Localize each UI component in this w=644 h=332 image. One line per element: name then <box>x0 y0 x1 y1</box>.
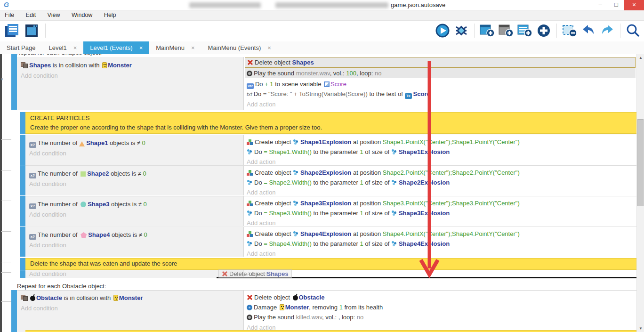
particle-emitter-icon <box>391 210 397 216</box>
action-row-delete-shapes[interactable]: Delete object Shapes <box>245 57 636 68</box>
project-manager-icon[interactable] <box>4 23 20 39</box>
scroll-down-icon[interactable]: ▼ <box>637 326 644 331</box>
add-condition-link[interactable]: Add condition <box>29 240 242 250</box>
action-row-set-size[interactable]: Do = Shape3.Width() to the parameter 1 o… <box>247 208 635 218</box>
condition-row[interactable]: x?The number of Shape4 objects is ≠ 0 <box>29 230 242 240</box>
menu-help[interactable]: Help <box>99 10 121 18</box>
shape4-event-actions: Create object Shape4Explosion at positio… <box>243 227 636 257</box>
particle-emitter-icon <box>247 241 253 247</box>
drag-ghost-delete-shapes: Delete object Shapes <box>218 269 292 278</box>
undo-icon[interactable] <box>580 23 596 39</box>
action-row-set-size[interactable]: Do = Shape4.Width() to the parameter 1 o… <box>247 239 635 249</box>
menu-edit[interactable]: Edit <box>21 10 41 18</box>
condition-row[interactable]: Shapes is in collision with Monster <box>21 60 242 70</box>
monster-icon <box>113 295 118 301</box>
event-bar[interactable] <box>20 196 25 226</box>
gutter-tick <box>1 201 11 201</box>
condition-row[interactable]: Obstacle is in collision with Monster <box>21 293 242 303</box>
action-row-damage-monster[interactable]: Damage Monster, removing 1 from its heal… <box>247 302 635 312</box>
add-action-link[interactable]: Add action <box>247 99 635 109</box>
comment-partial[interactable] <box>25 330 636 332</box>
maximize-button[interactable]: □ <box>608 0 624 10</box>
action-row-create-object[interactable]: Create object Shape1Explosion at positio… <box>247 137 635 147</box>
tab-level1-events[interactable]: Level1 (Events)× <box>83 41 149 54</box>
event-bar[interactable] <box>20 270 25 278</box>
particle-emitter-icon <box>391 179 397 186</box>
action-row-set-size[interactable]: Do = Shape2.Width() to the parameter 1 o… <box>247 178 635 187</box>
add-condition-link[interactable]: Add condition <box>29 210 242 219</box>
add-element-icon[interactable] <box>536 23 552 39</box>
tab-close-icon[interactable]: × <box>73 44 77 51</box>
add-condition-link[interactable]: Add condition <box>29 269 242 279</box>
tab-close-icon[interactable]: × <box>139 44 143 51</box>
damage-icon <box>247 305 252 310</box>
tab-close-icon[interactable]: × <box>191 44 195 51</box>
delete-event-icon[interactable] <box>562 23 578 39</box>
debug-icon[interactable] <box>453 23 469 39</box>
menu-file[interactable]: File <box>0 10 19 18</box>
close-button[interactable]: × <box>624 0 644 10</box>
repeat-obstacle-header[interactable]: Repeat for each Obstacle object: <box>17 283 106 290</box>
redo-icon[interactable] <box>599 23 615 39</box>
comment-bar[interactable] <box>20 258 25 270</box>
comment-delete-shape[interactable]: Delete the shape that was eaten and upda… <box>25 258 636 270</box>
event-bar[interactable] <box>20 227 25 257</box>
add-sub-event-icon[interactable] <box>498 23 514 39</box>
gutter-tick <box>1 262 11 262</box>
fold-triangle-icon[interactable]: ▾ <box>1 77 3 81</box>
minimize-button[interactable]: – <box>592 0 608 10</box>
shape2-event-conditions: x?The number of Shape2 objects is ≠ 0 Ad… <box>25 165 243 195</box>
add-event-icon[interactable] <box>479 23 495 39</box>
play-icon[interactable] <box>435 23 451 39</box>
text-object-icon: Tx <box>405 93 412 99</box>
comment-create-particles[interactable]: CREATE PARTICLES Create the proper one a… <box>25 112 636 134</box>
condition-row[interactable]: x?The number of Shape1 objects is ≠ 0 <box>29 138 242 148</box>
add-condition-link[interactable]: Add condition <box>21 71 242 81</box>
action-row-create-object[interactable]: Create object Shape4Explosion at positio… <box>247 229 635 239</box>
action-row-play-sound[interactable]: Play the sound monster.wav, vol.: 100, l… <box>245 68 636 78</box>
add-condition-link[interactable]: Add condition <box>29 179 242 189</box>
event-bar[interactable] <box>11 290 17 332</box>
action-row-play-sound[interactable]: Play the sound killed.wav, vol.: , loop:… <box>247 312 635 322</box>
add-condition-link[interactable]: Add condition <box>21 303 242 313</box>
event-bar[interactable] <box>20 135 25 165</box>
scroll-up-icon[interactable]: ▲ <box>637 56 644 60</box>
event-bar[interactable] <box>11 54 17 110</box>
event-bar[interactable] <box>20 165 25 195</box>
scrollbar-thumb[interactable] <box>637 119 644 206</box>
tab-mainmenu[interactable]: MainMenu× <box>149 41 201 54</box>
repeat-shapes-header[interactable]: Repeat for each Shapes object: <box>16 54 102 56</box>
action-row-set-text[interactable]: txtDo = "Score: " + ToString(Variable(Sc… <box>247 89 635 99</box>
shape4-event-conditions: x?The number of Shape4 objects is ≠ 0 Ad… <box>25 227 243 257</box>
add-condition-link[interactable]: Add condition <box>29 148 242 158</box>
menu-view[interactable]: View <box>43 10 65 18</box>
shape3-event-actions: Create object Shape3Explosion at positio… <box>243 196 636 226</box>
tab-mainmenu-events[interactable]: MainMenu (Events)× <box>201 41 278 54</box>
vertical-scrollbar[interactable]: ▲ ▼ <box>636 54 644 332</box>
particle-emitter-icon <box>391 241 397 247</box>
object-count-icon: x? <box>29 173 36 178</box>
tab-level1[interactable]: Level1× <box>42 41 83 54</box>
scene-editor-icon[interactable] <box>24 23 40 39</box>
comment-bar[interactable] <box>20 112 25 134</box>
search-icon[interactable] <box>625 23 641 39</box>
tab-start-page[interactable]: Start Page <box>0 41 42 54</box>
condition-row[interactable]: x?The number of Shape2 objects is ≠ 0 <box>29 169 242 178</box>
condition-row[interactable]: x?The number of Shape3 objects is ≠ 0 <box>29 199 242 209</box>
collision-icon <box>21 62 28 68</box>
action-row-create-object[interactable]: Create object Shape3Explosion at positio… <box>247 198 635 208</box>
menu-window[interactable]: Window <box>67 10 97 18</box>
scene-variable-icon <box>324 81 330 87</box>
redacted-title-segment <box>275 2 388 8</box>
action-row-set-size[interactable]: Do = Shape1.Width() to the parameter 1 o… <box>247 147 635 157</box>
add-action-link[interactable]: Add action <box>247 249 635 259</box>
tab-bar: Start Page Level1× Level1 (Events)× Main… <box>0 41 644 54</box>
action-row-delete-obstacle[interactable]: Delete object Obstacle <box>247 292 635 302</box>
add-comment-icon[interactable] <box>517 23 533 39</box>
particle-emitter-icon <box>247 210 253 216</box>
monster-icon <box>102 62 107 68</box>
action-row-scene-variable[interactable]: VarDo + 1 to scene variable Score <box>247 79 635 89</box>
tab-close-icon[interactable]: × <box>267 44 271 51</box>
action-row-create-object[interactable]: Create object Shape2Explosion at positio… <box>247 168 635 178</box>
bomb-icon <box>293 295 298 300</box>
